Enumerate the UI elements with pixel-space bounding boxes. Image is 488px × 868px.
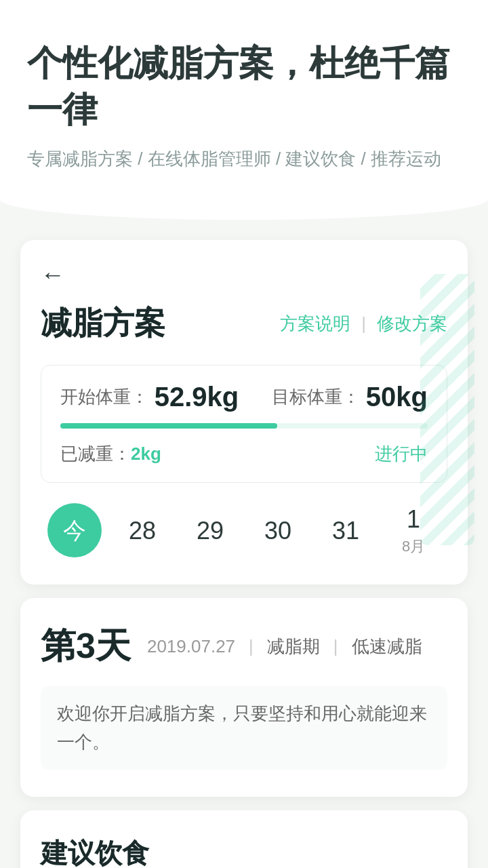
subtitle: 专属减脂方案 / 在线体脂管理师 / 建议饮食 / 推荐运动 (27, 146, 461, 172)
back-button[interactable]: ← (41, 260, 447, 289)
day-header: 第3天 2019.07.27 | 减脂期 | 低速减脂 (41, 623, 447, 670)
progress-bar-container (60, 423, 428, 429)
plan-card-header: 减脂方案 方案说明 | 修改方案 (41, 302, 447, 344)
content-area: ← 减脂方案 方案说明 | 修改方案 开始体重： 52.9kg 目标体重： 50… (0, 199, 488, 868)
plan-action-divider: | (361, 313, 366, 334)
calendar-strip: 今 28 29 30 31 1 8月 (41, 496, 447, 564)
day-meta: 2019.07.27 | 减脂期 | 低速减脂 (147, 635, 422, 658)
header-section: 个性化减脂方案，杜绝千篇一律 专属减脂方案 / 在线体脂管理师 / 建议饮食 /… (0, 0, 488, 199)
start-weight-label: 开始体重： (60, 385, 148, 409)
calendar-day-today[interactable]: 今 (47, 503, 102, 557)
day-welcome-text: 欢迎你开启减脂方案，只要坚持和用心就能迎来一个。 (41, 686, 447, 770)
plan-card-title: 减脂方案 (41, 302, 165, 344)
day-section: 第3天 2019.07.27 | 减脂期 | 低速减脂 欢迎你开启减脂方案，只要… (20, 598, 468, 797)
day-date: 2019.07.27 (147, 636, 235, 657)
progress-bar-fill (60, 423, 277, 429)
plan-card: ← 减脂方案 方案说明 | 修改方案 开始体重： 52.9kg 目标体重： 50… (20, 240, 468, 585)
calendar-day-29[interactable]: 29 (183, 516, 237, 545)
day-tag-1: 减脂期 (267, 635, 320, 658)
day-separator-1: | (249, 636, 253, 657)
weight-box: 开始体重： 52.9kg 目标体重： 50kg 已减重：2kg 进行中 (41, 365, 447, 483)
target-weight-label: 目标体重： (272, 385, 360, 409)
calendar-day-31[interactable]: 31 (319, 516, 373, 545)
stripes-decoration (420, 274, 474, 545)
plan-description-link[interactable]: 方案说明 (280, 312, 350, 336)
day-separator-2: | (333, 636, 338, 657)
progress-footer: 已减重：2kg 进行中 (60, 442, 428, 466)
diet-title: 建议饮食 (41, 835, 447, 868)
calendar-day-30[interactable]: 30 (251, 516, 305, 545)
day-tag-2: 低速减脂 (352, 635, 422, 658)
lost-weight-value: 2kg (131, 443, 161, 464)
calendar-day-28[interactable]: 28 (115, 516, 169, 545)
diet-section: 建议饮食 早餐 午餐 加餐 晚餐 加餐 ↻ (20, 810, 468, 868)
start-weight-value: 52.9kg (155, 382, 239, 412)
weight-row: 开始体重： 52.9kg 目标体重： 50kg (60, 382, 428, 412)
target-weight-value: 50kg (366, 382, 428, 412)
main-title: 个性化减脂方案，杜绝千篇一律 (27, 41, 461, 132)
day-number: 第3天 (41, 623, 131, 670)
lost-weight-text: 已减重：2kg (60, 442, 161, 466)
